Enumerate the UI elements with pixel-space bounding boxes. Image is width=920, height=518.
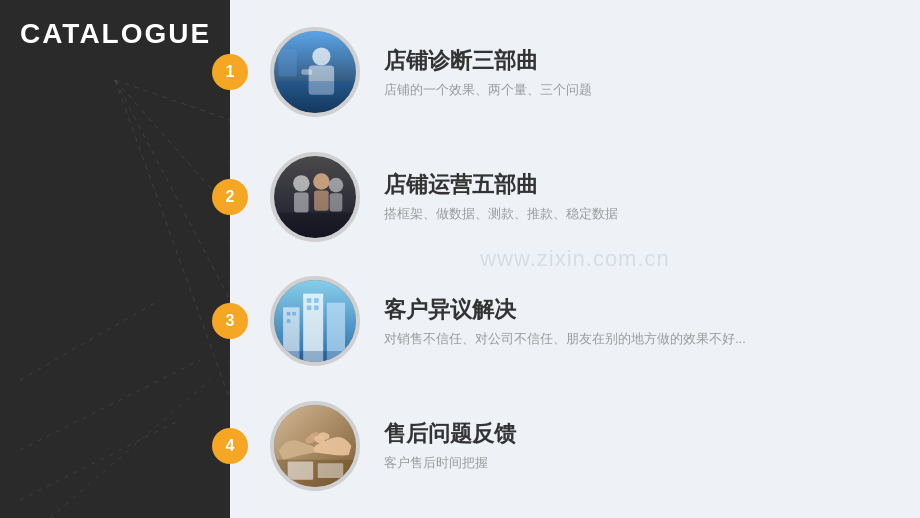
catalogue-item-1: 1 店铺诊断三部曲 (230, 27, 880, 117)
sidebar-title: CATALOGUE (0, 0, 230, 68)
svg-line-3 (115, 80, 230, 400)
number-badge-2: 2 (212, 179, 248, 215)
svg-rect-13 (301, 70, 312, 75)
number-badge-3: 3 (212, 303, 248, 339)
svg-rect-46 (318, 463, 344, 478)
svg-point-11 (312, 48, 330, 66)
circle-image-4 (270, 401, 360, 491)
svg-rect-23 (330, 193, 343, 211)
svg-line-7 (20, 420, 180, 500)
svg-rect-33 (307, 298, 312, 303)
svg-rect-37 (274, 351, 356, 362)
circle-image-2 (270, 152, 360, 242)
item-text-3: 客户异议解决 对销售不信任、对公司不信任、朋友在别的地方做的效果不好... (384, 295, 746, 348)
svg-rect-35 (307, 306, 312, 311)
main-content: www.zixin.com.cn 1 (230, 0, 920, 518)
catalogue-item-2: 2 (230, 152, 880, 242)
svg-line-0 (115, 80, 230, 120)
circle-image-3 (270, 276, 360, 366)
catalogue-item-4: 4 (230, 401, 880, 491)
number-badge-4: 4 (212, 428, 248, 464)
item-subtitle-1: 店铺的一个效果、两个量、三个问题 (384, 81, 592, 99)
item-text-1: 店铺诊断三部曲 店铺的一个效果、两个量、三个问题 (384, 46, 592, 99)
svg-point-20 (313, 173, 329, 189)
svg-rect-34 (314, 298, 319, 303)
item-subtitle-2: 搭框架、做数据、测款、推款、稳定数据 (384, 205, 618, 223)
item-title-4: 售后问题反馈 (384, 419, 516, 449)
svg-rect-15 (279, 49, 297, 76)
svg-rect-14 (274, 81, 356, 113)
item-title-1: 店铺诊断三部曲 (384, 46, 592, 76)
sidebar: CATALOGUE (0, 0, 230, 518)
svg-rect-30 (287, 312, 291, 316)
svg-rect-24 (274, 212, 356, 238)
svg-point-18 (293, 175, 309, 191)
item-text-2: 店铺运营五部曲 搭框架、做数据、测款、推款、稳定数据 (384, 170, 618, 223)
item-title-3: 客户异议解决 (384, 295, 746, 325)
svg-rect-36 (314, 306, 319, 311)
svg-point-22 (329, 178, 344, 193)
svg-rect-44 (274, 459, 356, 486)
catalogue-item-3: 3 (230, 276, 880, 366)
item-title-2: 店铺运营五部曲 (384, 170, 618, 200)
svg-rect-19 (294, 192, 309, 212)
svg-rect-31 (292, 312, 296, 316)
svg-rect-21 (314, 190, 329, 210)
circle-image-1 (270, 27, 360, 117)
item-text-4: 售后问题反馈 客户售后时间把握 (384, 419, 516, 472)
number-badge-1: 1 (212, 54, 248, 90)
svg-line-6 (20, 360, 200, 450)
watermark: www.zixin.com.cn (480, 246, 670, 272)
svg-line-5 (20, 300, 160, 380)
item-subtitle-4: 客户售后时间把握 (384, 454, 516, 472)
svg-rect-45 (288, 461, 314, 479)
item-subtitle-3: 对销售不信任、对公司不信任、朋友在别的地方做的效果不好... (384, 330, 746, 348)
svg-line-8 (50, 380, 210, 518)
svg-rect-32 (287, 319, 291, 323)
